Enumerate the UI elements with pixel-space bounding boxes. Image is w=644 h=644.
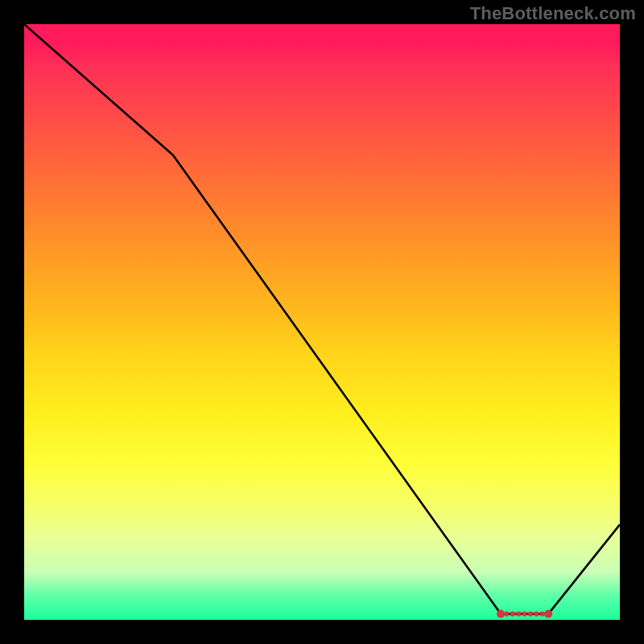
marker-dot	[544, 610, 552, 618]
marker-dot	[528, 611, 533, 616]
attribution-label: TheBottleneck.com	[470, 3, 636, 24]
marker-dot	[510, 611, 515, 616]
chart-overlay	[24, 24, 620, 620]
marker-band	[497, 610, 552, 618]
marker-dot	[497, 610, 505, 618]
marker-dot	[522, 611, 526, 616]
marker-dot	[504, 611, 509, 616]
bottleneck-curve	[24, 24, 620, 614]
marker-dot	[534, 611, 539, 616]
marker-dot	[540, 611, 545, 616]
marker-dot	[516, 611, 521, 616]
chart-stage: TheBottleneck.com	[0, 0, 644, 644]
